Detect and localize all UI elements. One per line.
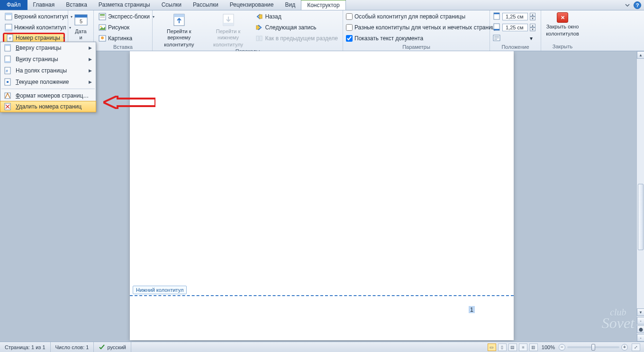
- scroll-up-icon[interactable]: ▲: [637, 51, 644, 59]
- svg-point-13: [100, 26, 102, 27]
- group-label-options: Параметры: [343, 44, 490, 51]
- menu-current-position[interactable]: Текущее положение ▶: [0, 76, 96, 88]
- header-margin-icon: [493, 12, 500, 21]
- svg-rect-36: [7, 81, 9, 83]
- quick-parts-button[interactable]: Экспресс-блоки ▾: [97, 11, 156, 22]
- picture-button[interactable]: Рисунок: [97, 22, 156, 33]
- tab-layout[interactable]: Разметка страницы: [93, 0, 156, 10]
- first-page-check[interactable]: Особый колонтитул для первой страницы: [346, 11, 495, 22]
- link-previous-button: Как в предыдущем разделе: [254, 33, 340, 44]
- tab-references[interactable]: Ссылки: [156, 0, 187, 10]
- svg-rect-7: [75, 15, 87, 18]
- svg-rect-25: [494, 13, 499, 14]
- svg-text:#: #: [9, 36, 11, 41]
- zoom-knob[interactable]: [591, 344, 595, 351]
- svg-rect-30: [5, 45, 10, 46]
- odd-even-checkbox[interactable]: [346, 24, 353, 31]
- spinner[interactable]: ▲▼: [530, 24, 535, 31]
- page-number-field[interactable]: 1: [469, 306, 475, 313]
- remove-icon: [3, 102, 12, 111]
- footer-from-bottom[interactable]: 1,25 см ▲▼: [493, 22, 535, 33]
- scroll-thumb[interactable]: [638, 184, 644, 250]
- menu-format-page-numbers[interactable]: Формат номеров страниц…: [0, 90, 96, 101]
- group-label-insert: Вставка: [94, 44, 152, 51]
- tab-design[interactable]: Конструктор: [301, 0, 345, 10]
- quick-parts-icon: [99, 13, 106, 20]
- tab-mailings[interactable]: Рассылки: [187, 0, 224, 10]
- zoom-value[interactable]: 100%: [542, 344, 555, 350]
- back-icon: [255, 13, 263, 20]
- zoom-in-button[interactable]: +: [621, 344, 628, 351]
- watermark: club Sovet: [602, 308, 635, 330]
- spinner[interactable]: ▲▼: [530, 13, 535, 20]
- footer-icon: [5, 24, 12, 31]
- zoom-out-button[interactable]: −: [559, 344, 565, 351]
- minimize-ribbon-icon[interactable]: [624, 2, 631, 9]
- tab-strip: Файл Главная Вставка Разметка страницы С…: [0, 0, 644, 10]
- menu-page-margins[interactable]: # На полях страницы ▶: [0, 65, 96, 76]
- status-words[interactable]: Число слов: 1: [51, 342, 94, 352]
- header-from-top[interactable]: 1,25 см ▲▼: [493, 11, 535, 22]
- view-draft[interactable]: ▥: [529, 343, 538, 351]
- page-top-icon: [3, 44, 12, 52]
- status-page[interactable]: Страница: 1 из 1: [0, 342, 51, 352]
- show-text-check[interactable]: Показать текст документа: [346, 33, 495, 44]
- clipart-button[interactable]: Картинка: [97, 33, 156, 44]
- insert-alignment-tab[interactable]: ▾: [493, 33, 535, 44]
- header-button[interactable]: Верхний колонтитул ▾: [3, 11, 65, 22]
- ribbon: Верхний колонтитул ▾ Нижний колонтитул ▾…: [0, 10, 644, 51]
- status-language[interactable]: русский: [94, 342, 131, 352]
- nav-back-button[interactable]: Назад: [254, 11, 340, 22]
- clipart-icon: [99, 35, 106, 42]
- show-text-checkbox[interactable]: [346, 35, 353, 42]
- prev-page-icon[interactable]: ◦: [637, 317, 644, 325]
- tab-view[interactable]: Вид: [279, 0, 301, 10]
- tab-file[interactable]: Файл: [0, 0, 27, 10]
- svg-rect-32: [5, 61, 10, 63]
- tab-home[interactable]: Главная: [27, 0, 61, 10]
- goto-footer-icon: [221, 12, 236, 27]
- close-header-footer-button[interactable]: ✕ Закрыть окно колонтитулов: [544, 11, 581, 37]
- format-icon: [3, 91, 12, 100]
- svg-text:5: 5: [79, 18, 82, 24]
- submenu-arrow-icon: ▶: [89, 68, 92, 73]
- view-print-layout[interactable]: ▭: [488, 343, 496, 351]
- page-number-menu: Вверху страницы ▶ Внизу страницы ▶ # На …: [0, 42, 96, 112]
- zoom-fit-button[interactable]: ⤢: [632, 343, 640, 351]
- document-area: Нижний колонтитул 1 ▲ ▼ ◦ ⬤ ◦ club Sovet: [0, 51, 644, 342]
- align-tab-icon: [493, 34, 500, 43]
- goto-footer-button: Перейти к нижнему колонтитулу: [205, 11, 252, 48]
- svg-text:#: #: [6, 69, 8, 73]
- menu-bottom-of-page[interactable]: Внизу страницы ▶: [0, 54, 96, 65]
- footer-button[interactable]: Нижний колонтитул ▾: [3, 22, 65, 33]
- menu-remove-page-numbers[interactable]: Удалить номера страниц: [0, 101, 96, 112]
- next-icon: [255, 24, 263, 31]
- menu-top-of-page[interactable]: Вверху страницы ▶: [0, 42, 96, 54]
- page[interactable]: Нижний колонтитул 1: [130, 51, 514, 340]
- view-fullscreen[interactable]: ▯: [498, 343, 507, 351]
- tab-insert[interactable]: Вставка: [60, 0, 93, 10]
- link-previous-icon: [255, 35, 263, 42]
- scroll-down-icon[interactable]: ▼: [637, 308, 644, 316]
- svg-rect-22: [256, 36, 259, 41]
- view-web[interactable]: ▤: [508, 343, 517, 351]
- submenu-arrow-icon: ▶: [89, 80, 92, 84]
- footer-tag[interactable]: Нижний колонтитул: [133, 286, 187, 294]
- help-icon[interactable]: ?: [634, 1, 641, 9]
- nav-next-button[interactable]: Следующая запись: [254, 22, 340, 33]
- browse-object-icon[interactable]: ⬤: [637, 325, 644, 333]
- page-number-label: Номер страницы: [16, 35, 60, 41]
- next-page-icon[interactable]: ◦: [637, 334, 644, 342]
- goto-header-icon: [172, 12, 187, 27]
- first-page-checkbox[interactable]: [346, 13, 353, 20]
- page-margins-icon: #: [3, 66, 12, 75]
- goto-header-button[interactable]: Перейти к верхнему колонтитулу: [155, 11, 203, 48]
- vertical-scrollbar[interactable]: ▲ ▼ ◦ ⬤ ◦: [636, 51, 644, 342]
- odd-even-check[interactable]: Разные колонтитулы для четных и нечетных…: [346, 22, 495, 33]
- spellcheck-icon: [99, 343, 105, 351]
- submenu-arrow-icon: ▶: [89, 57, 92, 62]
- tab-review[interactable]: Рецензирование: [224, 0, 280, 10]
- view-outline[interactable]: ≡: [519, 343, 527, 351]
- zoom-slider[interactable]: [567, 346, 619, 348]
- svg-rect-27: [494, 29, 499, 30]
